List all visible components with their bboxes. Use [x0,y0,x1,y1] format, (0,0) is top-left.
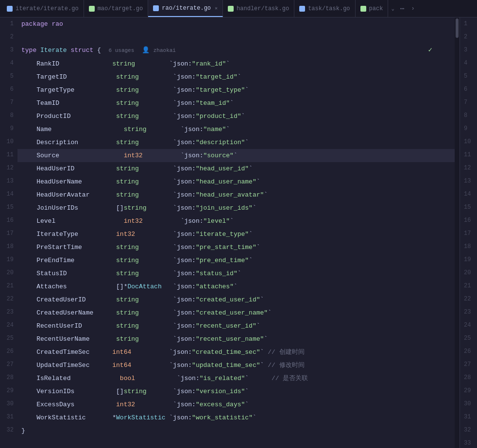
code-container: 1 2 3 4 5 6 7 8 9 10 11 12 13 14 15 16 1… [0,17,477,448]
usages-label[interactable]: 6 usages [109,44,135,57]
author-label: zhaokai [153,44,176,57]
code-line-7: TeamID string `json:"team_id"` [17,97,455,110]
tab-close-icon[interactable]: ✕ [215,5,218,11]
tab-extra: › [407,5,418,12]
tab-pack[interactable]: pack [356,0,389,17]
tab-icon [7,6,13,12]
tab-mao-target[interactable]: mao/target.go [84,0,149,17]
tab-handler-task[interactable]: handler/task.go [223,0,294,17]
code-line-25: RecentUserName string `json:"recent_user… [17,332,455,346]
code-line-29: VersionIDs []string `json:"version_ids"` [17,385,455,398]
code-area[interactable]: package rao type Iterate struct { 6 usag… [17,17,455,448]
tab-icon [89,6,95,12]
brace-close: } [21,424,25,437]
code-line-8: ProductID string `json:"product_id"` [17,110,455,123]
code-line-1: package rao [17,17,455,31]
tab-icon [360,6,366,12]
code-line-23: CreatedUserName string `json:"created_us… [17,306,455,319]
code-line-22: CreatedUserID string `json:"created_user… [17,293,455,306]
code-line-21: Attaches []*DocAttach `json:"attaches"` [17,280,455,293]
code-line-12: HeadUserID string `json:"head_user_id"` [17,162,455,175]
code-line-30: ExcessDays int32 `json:"excess_days"` [17,398,455,411]
code-line-16: Level int32 `json:"level"` [17,215,455,228]
tab-task-task[interactable]: task/task.go [294,0,355,17]
tab-chevron-icon[interactable]: ⌄ [388,5,397,12]
checkmark-icon: ✓ [428,44,432,57]
code-line-31: WorkStatistic *WorkStatistic `json:"work… [17,411,455,424]
code-line-19: PreEndTime string `json:"pre_end_time"` [17,254,455,267]
code-line-26: CreatedTimeSec int64 `json:"created_time… [17,346,455,359]
brace-open: { [97,44,101,57]
code-line-5: TargetID string `json:"target_id"` [17,70,455,83]
code-line-10: Description string `json:"description"` [17,136,455,149]
code-line-15: JoinUserIDs []string `json:"join_user_id… [17,201,455,215]
code-line-14: HeadUserAvatar string `json:"head_user_a… [17,188,455,201]
code-line-2 [17,31,455,44]
code-line-27: UpdatedTimeSec int64 `json:"updated_time… [17,359,455,372]
code-line-28: IsRelated bool `json:"is_related"` // 是否… [17,372,455,385]
tab-rao-iterate[interactable]: rao/iterate.go ✕ [148,0,223,17]
code-line-20: StatusID string `json:"status_id"` [17,267,455,280]
code-line-17: IterateType int32 `json:"iterate_type"` [17,228,455,241]
tab-iterate-iterate[interactable]: iterate/iterate.go [2,0,84,17]
code-line-24: RecentUserID string `json:"recent_user_i… [17,319,455,332]
tab-bar: iterate/iterate.go mao/target.go rao/ite… [0,0,477,17]
tab-label: iterate/iterate.go [16,5,79,12]
code-line-11: Source int32 `json:"source"` [17,149,455,162]
tab-icon [228,6,234,12]
line-numbers-right: 1 2 3 4 5 6 7 8 9 10 11 12 13 14 15 16 1… [460,17,477,448]
tab-label: mao/target.go [98,5,143,12]
keyword-type: type [21,44,36,57]
keyword-package: package [21,17,48,31]
tab-label: pack [369,5,383,12]
scrollbar-thumb[interactable] [456,18,459,38]
code-line-4: RankID string `json:"rank_id"` [17,57,455,70]
line-numbers-left: 1 2 3 4 5 6 7 8 9 10 11 12 13 14 15 16 1… [0,17,17,448]
code-line-18: PreStartTime string `json:"pre_start_tim… [17,241,455,254]
tab-label: rao/iterate.go [162,5,211,12]
code-line-3: type Iterate struct { 6 usages 👤 zhaokai… [17,44,455,57]
tab-more-icon[interactable]: ⋯ [397,4,407,13]
code-line-32: } [17,424,455,437]
code-line-6: TargetType string `json:"target_type"` [17,83,455,97]
scrollbar[interactable] [455,17,460,448]
tab-label: handler/task.go [237,5,289,12]
struct-name: Iterate [40,44,67,57]
author-icon: 👤 [142,44,150,57]
package-name: rao [51,17,63,31]
code-line-9: Name string `json:"name"` [17,123,455,136]
keyword-struct: struct [70,44,93,57]
tab-label: task/task.go [308,5,350,12]
tab-icon [153,5,159,11]
code-line-13: HeadUserName string `json:"head_user_nam… [17,175,455,188]
tab-icon [299,6,305,12]
